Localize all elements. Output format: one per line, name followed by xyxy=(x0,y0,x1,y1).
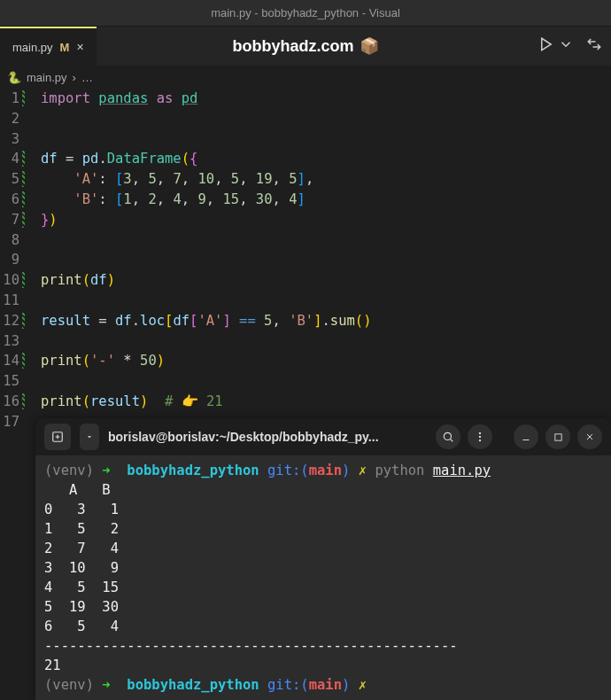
compare-icon[interactable] xyxy=(586,36,602,56)
code-content[interactable]: import pandas as pd df = pd.DataFrame({ … xyxy=(28,89,611,432)
terminal-window: borislav@borislav:~/Desktop/bobbyhadz_py… xyxy=(35,418,611,700)
terminal-title: borislav@borislav:~/Desktop/bobbyhadz_py… xyxy=(108,430,379,444)
chevron-right-icon: › xyxy=(73,71,76,84)
breadcrumb-more: … xyxy=(81,71,93,84)
maximize-icon[interactable] xyxy=(545,424,570,449)
python-file-icon: 🐍 xyxy=(7,71,21,84)
box-icon: 📦 xyxy=(360,36,379,56)
new-tab-button[interactable] xyxy=(44,424,71,450)
close-icon[interactable]: × xyxy=(76,40,83,54)
run-icon[interactable] xyxy=(538,36,554,56)
window-title: main.py - bobbyhadz_python - Visual xyxy=(211,6,400,19)
tab-main-py[interactable]: main.py M × xyxy=(0,27,97,66)
terminal-output[interactable]: (venv) ➜ bobbyhadz_python git:(main) ✗ p… xyxy=(35,455,611,700)
terminal-header[interactable]: borislav@borislav:~/Desktop/bobbyhadz_py… xyxy=(35,418,611,455)
svg-rect-5 xyxy=(554,433,561,439)
tab-filename: main.py xyxy=(12,41,53,54)
svg-point-1 xyxy=(444,432,451,439)
minimize-icon[interactable] xyxy=(514,424,538,449)
code-editor[interactable]: 1 2 3 4 5 6 7 8 9 10 11 12 13 14 15 16 1… xyxy=(0,89,611,432)
svg-point-3 xyxy=(479,436,481,438)
line-gutter: 1 2 3 4 5 6 7 8 9 10 11 12 13 14 15 16 1… xyxy=(0,89,28,432)
svg-point-2 xyxy=(479,432,481,434)
svg-point-4 xyxy=(479,439,481,441)
breadcrumb[interactable]: 🐍 main.py › … xyxy=(0,66,611,89)
menu-icon[interactable] xyxy=(468,424,492,449)
search-icon[interactable] xyxy=(436,424,460,449)
close-terminal-icon[interactable] xyxy=(577,424,602,449)
tab-modified-marker: M xyxy=(60,41,70,54)
window-title-bar: main.py - bobbyhadz_python - Visual xyxy=(0,0,611,27)
breadcrumb-file: main.py xyxy=(27,71,67,84)
tab-dropdown-button[interactable] xyxy=(80,424,99,450)
tab-row: main.py M × bobbyhadz.com 📦 xyxy=(0,27,611,66)
chevron-down-icon[interactable] xyxy=(558,36,574,56)
site-label: bobbyhadz.com 📦 xyxy=(232,36,378,56)
